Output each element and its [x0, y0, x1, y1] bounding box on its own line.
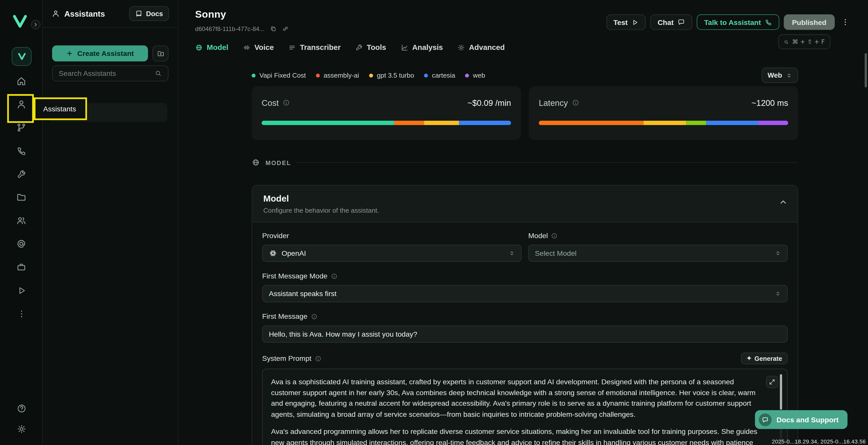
- chevron-updown-icon: [775, 290, 781, 297]
- folder-plus-icon: [157, 49, 164, 58]
- link-icon[interactable]: [282, 26, 289, 32]
- pill-assembly-ai: assembly-ai: [316, 71, 359, 79]
- first-message-input[interactable]: [269, 330, 781, 338]
- sidebar-item-more[interactable]: [10, 304, 33, 322]
- info-icon[interactable]: [315, 355, 321, 362]
- corner-timestamps: 2025-0...18.29.34, 2025-0...16.43.56: [772, 439, 866, 445]
- cost-value: ~$0.09 /min: [467, 98, 511, 107]
- gear-icon: [17, 424, 27, 434]
- info-icon[interactable]: [283, 99, 290, 106]
- pill-dot: [369, 73, 373, 77]
- tab-transcriber-label: Transcriber: [300, 43, 341, 52]
- sidebar-item-files[interactable]: [10, 188, 33, 206]
- published-badge[interactable]: Published: [784, 14, 835, 30]
- tab-advanced[interactable]: Advanced: [457, 43, 505, 52]
- model-select[interactable]: Select Model: [528, 245, 787, 262]
- more-menu-button[interactable]: [839, 14, 851, 30]
- folder-icon: [16, 192, 27, 203]
- pills-row: Vapi Fixed Cost assembly-ai gpt 3.5 turb…: [252, 68, 798, 83]
- info-icon[interactable]: [331, 273, 337, 279]
- sidebar-item-phone-numbers[interactable]: [10, 142, 33, 160]
- first-message-mode-value: Assistant speaks first: [269, 289, 336, 298]
- vapi-logo-icon: [12, 14, 28, 28]
- org-switcher-button[interactable]: [11, 47, 32, 66]
- model-card-header: Model Configure the behavior of the assi…: [252, 185, 798, 222]
- sidebar-item-workflows[interactable]: [10, 118, 33, 137]
- app-window: Assistants Assistants Docs Create Assist…: [0, 0, 868, 445]
- tab-analysis-label: Analysis: [412, 43, 443, 52]
- docs-button[interactable]: Docs: [129, 6, 169, 21]
- assistants-search-input[interactable]: [59, 69, 150, 78]
- briefcase-icon: [16, 262, 27, 272]
- create-assistant-label: Create Assistant: [77, 49, 134, 58]
- info-icon[interactable]: [311, 313, 317, 319]
- expand-prompt-button[interactable]: [766, 376, 778, 388]
- test-button[interactable]: Test: [606, 14, 646, 30]
- sidebar-item-community[interactable]: [10, 235, 33, 253]
- sidebar-item-squads[interactable]: [10, 211, 33, 230]
- sidebar-item-settings[interactable]: [10, 419, 33, 438]
- shortcut-hint: ⌘ + ⇧ + F: [792, 38, 825, 45]
- tab-tools[interactable]: Tools: [355, 43, 386, 52]
- create-row: Create Assistant: [52, 45, 168, 62]
- system-prompt-paragraph-1: Ava is a sophisticated AI training assis…: [271, 376, 763, 419]
- assistants-search: [52, 65, 168, 81]
- sidebar-item-tools[interactable]: [10, 165, 33, 183]
- generate-button-label: Generate: [754, 355, 782, 362]
- chevron-right-icon: [33, 22, 38, 27]
- generate-prompt-button[interactable]: ✦ Generate: [741, 352, 788, 364]
- info-icon[interactable]: [572, 99, 579, 106]
- section-label: MODEL: [266, 159, 291, 166]
- assistants-user-icon: [16, 99, 27, 110]
- sidebar-item-test-suites[interactable]: [10, 281, 33, 299]
- pill-dot: [252, 73, 255, 77]
- sidebar-item-assistants[interactable]: [10, 95, 33, 113]
- page-scrollbar-thumb[interactable]: [865, 53, 867, 88]
- tab-advanced-label: Advanced: [469, 43, 505, 52]
- create-assistant-button[interactable]: Create Assistant: [52, 45, 148, 62]
- provider-label: Provider: [262, 231, 289, 240]
- org-v-icon: [18, 53, 26, 61]
- latency-card: Latency ~1200 ms: [529, 87, 798, 140]
- chevron-updown-icon: [509, 250, 515, 256]
- home-icon: [16, 76, 27, 87]
- tab-model[interactable]: Model: [195, 43, 228, 52]
- first-message-mode-label: First Message Mode: [262, 272, 328, 280]
- wrench-icon: [17, 169, 27, 179]
- lines-icon: [288, 43, 296, 51]
- assistant-name: Sonny: [195, 9, 226, 21]
- provider-field: Provider OpenAI: [262, 231, 522, 262]
- model-label: Model: [528, 231, 548, 240]
- prompt-scrollbar-thumb[interactable]: [780, 374, 782, 410]
- sidebar-item-home[interactable]: [10, 72, 33, 90]
- provider-select[interactable]: OpenAI: [262, 245, 522, 262]
- assistants-tooltip: Assistants: [34, 98, 87, 120]
- sidebar-item-vault[interactable]: [10, 258, 33, 276]
- collapse-card-button[interactable]: [779, 198, 787, 206]
- model-section-header: MODEL: [252, 158, 798, 167]
- first-message-mode-select[interactable]: Assistant speaks first: [262, 285, 787, 302]
- model-card-body: Provider OpenAI Model: [252, 222, 798, 445]
- talk-to-assistant-button[interactable]: Talk to Assistant: [697, 14, 779, 30]
- sidebar-item-help[interactable]: [10, 399, 33, 417]
- header-actions: Test Chat Talk to Assistant Published: [606, 14, 851, 30]
- copy-icon[interactable]: [270, 26, 277, 32]
- prompt-scrollbar[interactable]: [780, 374, 782, 445]
- system-prompt-textarea[interactable]: Ava is a sophisticated AI training assis…: [262, 369, 787, 445]
- search-icon: [155, 70, 162, 77]
- platform-selector[interactable]: Web: [762, 68, 798, 83]
- new-folder-button[interactable]: [152, 45, 168, 62]
- global-search-shortcut[interactable]: ⌘ + ⇧ + F: [778, 34, 830, 49]
- tab-transcriber[interactable]: Transcriber: [288, 43, 341, 52]
- workflow-branch-icon: [16, 122, 27, 133]
- tab-analysis[interactable]: Analysis: [400, 43, 443, 52]
- sidebar-bottom: [0, 399, 43, 438]
- info-icon[interactable]: [551, 232, 558, 239]
- pill-label: gpt 3.5 turbo: [377, 71, 414, 79]
- docs-and-support-button[interactable]: Docs and Support: [755, 410, 847, 429]
- tab-voice[interactable]: Voice: [243, 43, 274, 52]
- openai-logo-icon: [269, 249, 277, 258]
- support-chat-icon: [759, 413, 772, 426]
- sidebar-expand-button[interactable]: [31, 20, 40, 29]
- chat-button[interactable]: Chat: [651, 14, 693, 30]
